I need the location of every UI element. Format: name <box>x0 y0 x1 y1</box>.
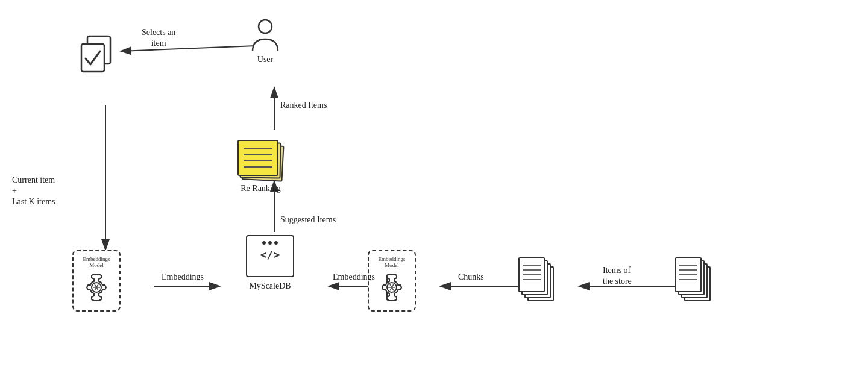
user-label: User <box>257 54 273 65</box>
embeddings-right-top-label: EmbeddingsModel <box>379 256 406 268</box>
ranked-items-text: Ranked Items <box>280 101 327 110</box>
codebox-tag: </> <box>260 248 280 261</box>
codebox: </> <box>246 235 294 277</box>
current-last-text: Current item+Last K items <box>12 175 55 208</box>
reranking-node: Re Ranking <box>235 133 286 194</box>
chunks-label: Chunks <box>458 271 484 283</box>
selects-item-label: Selects an item <box>142 27 175 49</box>
dot2 <box>268 241 272 245</box>
embeddings-left-text: Embeddings <box>162 272 204 281</box>
embeddings-right-box: EmbeddingsModel <box>368 250 416 312</box>
dot1 <box>262 241 266 245</box>
items-checkbox-node <box>78 33 115 75</box>
suggested-items-text: Suggested Items <box>280 215 336 224</box>
embeddings-left-top-label: EmbeddingsModel <box>83 256 110 268</box>
arrows-svg <box>0 0 868 382</box>
doc-stack-left-node <box>518 253 561 301</box>
gear-right-icon <box>374 269 410 305</box>
user-node: User <box>250 18 280 65</box>
svg-point-1 <box>259 20 272 33</box>
embeddings-right-text: Embeddings <box>333 272 375 281</box>
dot3 <box>274 241 278 245</box>
embeddings-left-node: EmbeddingsModel <box>72 250 121 312</box>
diagram-container: User Selects an item Current item+Last K… <box>0 0 868 382</box>
items-store-text: Items ofthe store <box>603 265 632 287</box>
selects-label-text: Selects an item <box>142 27 175 49</box>
embeddings-left-box: EmbeddingsModel <box>72 250 121 312</box>
user-icon <box>250 18 280 54</box>
gear-left-icon <box>78 269 115 305</box>
embeddings-right-arrow-label: Embeddings <box>333 271 375 283</box>
svg-rect-3 <box>81 44 104 72</box>
ranked-items-label: Ranked Items <box>280 99 327 111</box>
items-store-label: Items ofthe store <box>603 265 632 287</box>
suggested-items-label: Suggested Items <box>280 214 336 225</box>
current-last-label: Current item+Last K items <box>12 175 55 208</box>
myscaledb-node: </> MyScaleDB <box>246 235 294 292</box>
embeddings-left-arrow-label: Embeddings <box>162 271 204 283</box>
codebox-dots <box>262 241 278 245</box>
doc-stack-right-node <box>675 253 717 301</box>
checkbox-icon <box>78 33 115 75</box>
embeddings-right-node: EmbeddingsModel <box>368 250 416 312</box>
chunks-text: Chunks <box>458 272 484 281</box>
myscaledb-label: MyScaleDB <box>249 281 291 292</box>
reranking-label: Re Ranking <box>241 183 281 194</box>
